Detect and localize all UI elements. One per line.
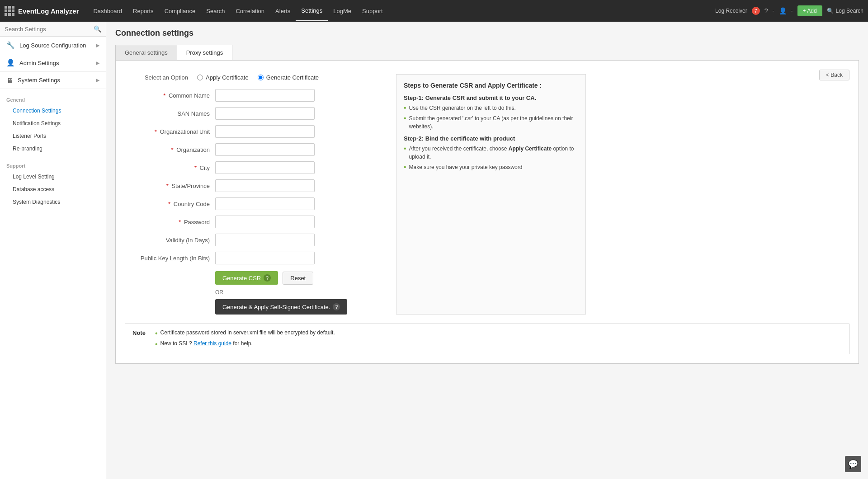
log-search-button[interactable]: 🔍 Log Search [827,8,863,14]
required-star5: * [166,183,169,189]
nav-support[interactable]: Support [357,1,388,21]
chat-icon[interactable]: 💬 [845,456,861,472]
arrow-icon-admin: ▶ [96,60,99,66]
generate-csr-button[interactable]: Generate CSR ? [215,271,278,285]
apply-certificate-label: Apply Certificate [206,74,249,81]
sidebar-item-log-source[interactable]: 🔧 Log Source Configuration ▶ [0,37,106,54]
input-key-length[interactable] [215,252,315,264]
sidebar: 🔍 🔧 Log Source Configuration ▶ 👤 Admin S… [0,22,106,479]
required-star7: * [179,219,181,225]
add-button[interactable]: + Add [797,5,822,16]
apply-certificate-radio[interactable] [197,75,203,80]
sidebar-search-icon: 🔍 [94,25,101,33]
nav-settings[interactable]: Settings [296,1,328,21]
form-row-password: * Password [125,216,387,228]
input-org-unit[interactable] [215,125,315,138]
sidebar-sub-connection-settings[interactable]: Connection Settings [0,104,106,117]
step2-bullet1: • After you received the certificate, ch… [404,145,578,161]
log-receiver-label: Log Receiver [715,8,747,14]
note-text-2: New to SSL? Refer this guide for help. [160,340,253,347]
input-validity[interactable] [215,234,315,246]
tab-proxy-settings[interactable]: Proxy settings [177,45,232,60]
notification-badge[interactable]: 7 [752,7,760,15]
label-common-name: * Common Name [125,92,215,99]
arrow-icon-system: ▶ [96,77,99,83]
form-row-validity: Validity (In Days) [125,234,387,246]
sidebar-item-admin[interactable]: 👤 Admin Settings ▶ [0,54,106,72]
form-row-common-name: * Common Name [125,89,387,102]
generate-certificate-radio[interactable] [258,75,264,80]
sidebar-sub-system-diagnostics[interactable]: System Diagnostics [0,196,106,208]
tab-bar: General settings Proxy settings [115,45,232,60]
input-state[interactable] [215,179,315,192]
label-state: * State/Province [125,183,215,189]
generate-certificate-option[interactable]: Generate Certificate [258,74,319,81]
nav-compliance[interactable]: Compliance [159,1,201,21]
input-city[interactable] [215,161,315,174]
bullet-dot: • [404,104,406,112]
page-title: Connection settings [115,28,859,38]
apply-certificate-option[interactable]: Apply Certificate [197,74,249,81]
sidebar-sub-notification-settings[interactable]: Notification Settings [0,117,106,130]
refer-guide-link[interactable]: Refer this guide [193,340,231,347]
steps-title: Steps to Generate CSR and Apply Certific… [404,82,578,89]
step2-heading: Step-2: Bind the certificate with produc… [404,135,578,142]
search-settings-input[interactable] [5,26,94,33]
nav-search[interactable]: Search [201,1,230,21]
logo-text: EventLog Analyzer [18,7,79,15]
nav-reports[interactable]: Reports [127,1,159,21]
help-button[interactable]: ? [764,7,768,14]
self-signed-button[interactable]: Generate & Apply Self-Signed Certificate… [215,299,347,315]
nav-links: Dashboard Reports Compliance Search Corr… [88,1,715,21]
sidebar-label-admin: Admin Settings [19,60,59,66]
arrow-icon: ▶ [96,42,99,48]
main-content: Connection settings General settings Pro… [106,22,868,479]
nav-logme[interactable]: LogMe [328,1,357,21]
question-icon2: ? [333,303,340,310]
sidebar-sub-listener-ports[interactable]: Listener Ports [0,130,106,142]
grid-icon [5,6,14,16]
sidebar-item-system[interactable]: 🖥 System Settings ▶ [0,72,106,89]
sidebar-sub-rebranding[interactable]: Re-branding [0,142,106,155]
input-common-name[interactable] [215,89,315,102]
input-san-names[interactable] [215,107,315,120]
note-label: Note [132,329,151,336]
support-section-title: Support [0,160,106,170]
nav-correlation[interactable]: Correlation [230,1,270,21]
form-left: Select an Option Apply Certificate Gener… [125,74,387,315]
note-bullets: • Certificate password stored in server.… [155,329,335,348]
form-row-org-unit: * Organizational Unit [125,125,387,138]
label-key-length: Public Key Length (In Bits) [125,255,215,262]
form-row-country: * Country Code [125,197,387,210]
log-source-icon: 🔧 [6,41,15,49]
sidebar-sub-log-level[interactable]: Log Level Setting [0,170,106,183]
content-panel: < Back Select an Option Apply Certificat… [115,60,859,364]
nav-dashboard[interactable]: Dashboard [88,1,127,21]
sidebar-label-log-source: Log Source Configuration [19,42,86,49]
nav-right: Log Receiver 7 ? - 👤 - + Add 🔍 Log Searc… [715,5,863,16]
required-star3: * [171,146,174,153]
bullet-dot4: • [404,164,406,171]
top-navigation: EventLog Analyzer Dashboard Reports Comp… [0,0,868,22]
select-option-label: Select an Option [125,74,188,81]
user-avatar-button[interactable]: 👤 [779,7,787,14]
input-password[interactable] [215,216,315,228]
note-row: Note • Certificate password stored in se… [132,329,842,348]
sidebar-sub-database-access[interactable]: Database access [0,183,106,196]
label-org: * Organization [125,146,215,153]
sidebar-label-system: System Settings [18,77,60,84]
form-section: Select an Option Apply Certificate Gener… [125,74,819,315]
back-button[interactable]: < Back [819,70,849,80]
step1-heading: Step-1: Generate CSR and submit it to yo… [404,94,578,101]
steps-box: Steps to Generate CSR and Apply Certific… [396,74,586,315]
btn-row: Generate CSR ? Reset [215,271,387,285]
search-small-icon: 🔍 [827,8,834,14]
label-city: * City [125,164,215,171]
note-bullet-dot2: • [155,340,158,348]
app-logo: EventLog Analyzer [5,6,79,16]
reset-button[interactable]: Reset [283,272,313,285]
nav-alerts[interactable]: Alerts [270,1,296,21]
input-org[interactable] [215,143,315,156]
tab-general-settings[interactable]: General settings [116,45,177,60]
input-country[interactable] [215,197,315,210]
